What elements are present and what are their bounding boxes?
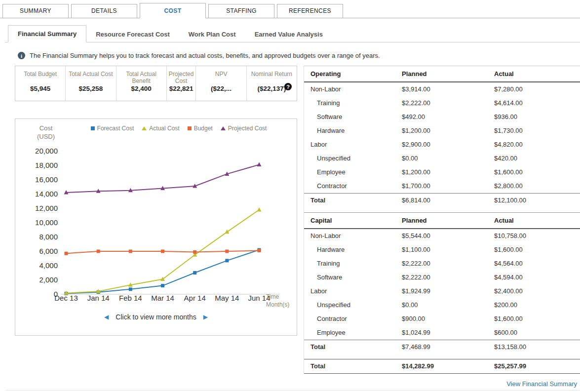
table-row-unspecified: Unspecified$0.00$200.00 [304, 298, 580, 312]
cell-actual: $25,257.99 [494, 362, 580, 370]
cell-label: Unspecified [310, 301, 402, 309]
cell-actual: $12,100.00 [494, 196, 580, 204]
cell-actual: $10,758.00 [494, 232, 580, 240]
cell-label: Total [310, 196, 402, 204]
square-marker-icon [188, 126, 192, 130]
cell-actual: $1,730.00 [494, 127, 580, 135]
legend-label: Budget [194, 125, 213, 132]
kpi-label: Total Budget [24, 71, 57, 85]
svg-text:4,000: 4,000 [39, 261, 58, 270]
info-icon: i [18, 52, 25, 59]
cell-planned: $14,282.99 [402, 362, 494, 370]
cell-actual: $4,820.00 [494, 141, 580, 149]
cell-actual: $4,614.00 [494, 99, 580, 107]
month-pager: ◀ Click to view more months ▶ [15, 313, 297, 321]
legend-label: Actual Cost [149, 125, 179, 132]
svg-text:Time: Time [266, 293, 279, 300]
chart-panel: Cost (USD) Forecast CostActual CostBudge… [15, 118, 297, 336]
tab-cost[interactable]: COST [140, 3, 206, 18]
prev-months-arrow[interactable]: ◀ [104, 314, 109, 320]
help-icon[interactable]: ? [284, 83, 292, 90]
svg-text:12,000: 12,000 [35, 204, 58, 212]
cell-label: Non-Labor [310, 85, 402, 93]
cell-label: Software [310, 113, 402, 121]
legend-label: Projected Cost [228, 125, 267, 132]
cost-chart: 02,0004,0006,0008,00010,00012,00014,0001… [15, 134, 298, 313]
cell-planned: $900.00 [402, 315, 494, 323]
info-banner: i The Financial Summary helps you to tra… [18, 52, 580, 59]
cell-planned: Planned [402, 70, 494, 78]
cell-actual: $2,400.00 [494, 287, 580, 295]
cell-actual: $600.00 [494, 329, 580, 337]
cell-actual: Actual [494, 217, 580, 225]
kpi-label: Projected Cost [167, 71, 196, 85]
financial-table: OperatingPlannedActualNon-Labor$3,914.00… [304, 66, 580, 374]
cell-actual: $420.00 [494, 155, 580, 162]
cell-planned: $1,200.00 [402, 168, 494, 176]
total-row-capital: Total$7,468.99$13,158.00 [304, 340, 580, 354]
table-row-training: Training$2,222.00$4,614.00 [304, 96, 580, 110]
kpi-total-budget: Total Budget$5,945 [15, 66, 66, 101]
cell-actual: $1,600.00 [494, 246, 580, 254]
table-row-employee: Employee$1,024.99$600.00 [304, 326, 580, 340]
cell-actual: $200.00 [494, 301, 580, 309]
cell-label: Capital [310, 217, 402, 225]
cell-actual: $7,280.00 [494, 85, 580, 93]
chart-legend: Forecast CostActual CostBudgetProjected … [65, 125, 293, 132]
svg-text:20,000: 20,000 [35, 147, 58, 155]
svg-text:Month(s): Month(s) [266, 301, 289, 308]
table-row-labor: Labor$2,900.00$4,820.00 [304, 138, 580, 152]
tab-staffing[interactable]: STAFFING [208, 4, 274, 18]
pager-text[interactable]: Click to view more months [116, 313, 196, 321]
kpi-label: Total Actual Cost [69, 71, 113, 85]
page-bottom-border [5, 390, 580, 391]
cell-planned: $492.00 [402, 113, 494, 121]
subtab-financial-summary[interactable]: Financial Summary [8, 25, 86, 42]
subtab-earned-value-analysis[interactable]: Earned Value Analysis [245, 26, 332, 42]
kpi-total-actual-cost: Total Actual Cost$25,258 [66, 66, 116, 101]
cell-label: Operating [310, 70, 402, 78]
cell-label: Software [310, 274, 402, 281]
cell-label: Total [310, 343, 402, 351]
subtab-resource-forecast-cost[interactable]: Resource Forecast Cost [86, 26, 179, 42]
table-row-non-labor: Non-Labor$3,914.00$7,280.00 [304, 82, 580, 96]
cell-label: Contractor [310, 182, 402, 190]
cell-planned: $1,200.00 [402, 127, 494, 135]
svg-text:6,000: 6,000 [39, 247, 58, 255]
table-row-employee: Employee$1,200.00$1,600.00 [304, 165, 580, 179]
kpi-value: ($22,137) [256, 85, 287, 92]
subtab-work-plan-cost[interactable]: Work Plan Cost [179, 26, 245, 42]
sub-tab-bar: Financial SummaryResource Forecast CostW… [5, 25, 580, 42]
triangle-marker-icon [221, 126, 226, 130]
cell-actual: $2,800.00 [494, 182, 580, 190]
tab-details[interactable]: DETAILS [71, 4, 137, 18]
tab-summary[interactable]: SUMMARY [2, 4, 69, 18]
kpi-npv: NPV($22,... [196, 66, 246, 101]
table-row-hardware: Hardware$1,100.00$1,600.00 [304, 243, 580, 257]
cell-actual: $936.00 [494, 113, 580, 121]
next-months-arrow[interactable]: ▶ [203, 314, 208, 320]
cell-planned: $1,700.00 [402, 182, 494, 190]
cell-actual: $4,594.00 [494, 274, 580, 281]
cell-planned: $0.00 [402, 155, 494, 162]
kpi-value: $22,821 [168, 85, 195, 92]
cell-planned: $7,468.99 [402, 343, 494, 351]
legend-actual-cost: Actual Cost [142, 125, 179, 132]
svg-text:Mar 14: Mar 14 [151, 294, 174, 302]
view-financial-summary-link[interactable]: View Financial Summary [506, 380, 577, 388]
legend-label: Forecast Cost [97, 125, 134, 132]
cell-label: Labor [310, 287, 402, 295]
svg-text:Apr 14: Apr 14 [184, 294, 206, 302]
cell-label: Total [310, 362, 402, 370]
tab-references[interactable]: REFERENCES [277, 4, 343, 18]
table-row-hardware: Hardware$1,200.00$1,730.00 [304, 124, 580, 138]
cell-actual: $1,600.00 [494, 315, 580, 323]
cell-planned: $1,100.00 [402, 246, 494, 254]
cell-actual: Actual [494, 70, 580, 78]
table-row-unspecified: Unspecified$0.00$420.00 [304, 152, 580, 165]
section-header-capital: CapitalPlannedActual [304, 212, 580, 229]
svg-text:May 14: May 14 [215, 294, 239, 302]
kpi-value: ($22,... [209, 85, 233, 92]
top-tab-bar: SUMMARYDETAILSCOSTSTAFFINGREFERENCES [0, 0, 580, 18]
svg-text:18,000: 18,000 [35, 161, 58, 169]
